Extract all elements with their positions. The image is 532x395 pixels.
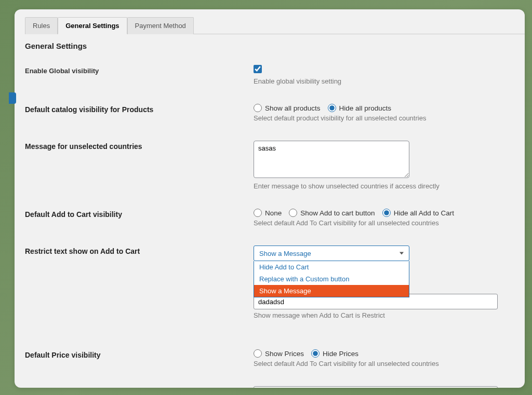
radio-cart-hide[interactable]: Hide all Add to Cart (382, 209, 454, 217)
radio-input-hide-all[interactable] (328, 104, 336, 112)
radio-label-hide-prices: Hide Prices (323, 350, 358, 358)
radio-input-show-all[interactable] (254, 104, 262, 112)
radio-group-price: Show Prices Hide Prices (254, 349, 514, 358)
option-replace-custom-button[interactable]: Replace with a Custom button (254, 273, 409, 285)
help-enable-global: Enable global visibility setting (254, 77, 514, 85)
radio-label-cart-show: Show Add to cart button (300, 209, 375, 217)
textarea-message-unselected[interactable] (254, 141, 409, 178)
row-restrict-text: Restrict text show on Add to Cart Show a… (15, 236, 525, 329)
radio-cart-none[interactable]: None (254, 209, 282, 217)
radio-show-prices[interactable]: Show Prices (254, 349, 304, 358)
label-price-visibility: Default Price visibility (25, 351, 101, 359)
input-add-text-price-hide[interactable] (254, 386, 498, 388)
radio-input-cart-none[interactable] (254, 209, 262, 217)
help-restrict-text: Show message when Add to Cart is Restric… (254, 311, 514, 319)
settings-window: Rules General Settings Payment Method Ge… (15, 9, 525, 388)
tabs: Rules General Settings Payment Method (25, 17, 525, 34)
radio-input-cart-hide[interactable] (382, 209, 391, 217)
radio-input-hide-prices[interactable] (311, 349, 320, 358)
label-catalog-visibility: Default catalog visibility for Products (25, 105, 153, 114)
row-price-visibility: Default Price visibility Show Prices Hid… (15, 329, 525, 377)
label-enable-global: Enable Global visibility (25, 67, 99, 75)
side-handle[interactable] (9, 92, 16, 104)
help-message-unselected: Enter message to show unselected countri… (254, 182, 514, 190)
label-message-unselected: Message for unselected countries (25, 142, 142, 151)
tab-general-settings[interactable]: General Settings (58, 17, 127, 34)
select-restrict-text[interactable]: Show a Message Hide Add to Cart Replace … (254, 246, 409, 261)
radio-hide-prices[interactable]: Hide Prices (311, 349, 358, 358)
tab-rules[interactable]: Rules (25, 17, 58, 34)
help-catalog-visibility: Select default product visibility for al… (254, 114, 514, 122)
radio-label-show-all: Show all products (265, 104, 321, 112)
row-add-text-price-hide: Add Text When price are Hide (15, 377, 525, 388)
content-area: Rules General Settings Payment Method Ge… (15, 9, 525, 388)
radio-hide-all-products[interactable]: Hide all products (328, 104, 392, 112)
option-hide-add-to-cart[interactable]: Hide Add to Cart (254, 261, 409, 273)
radio-group-catalog: Show all products Hide all products (254, 104, 514, 112)
radio-label-cart-hide: Hide all Add to Cart (394, 209, 454, 217)
select-display-restrict[interactable]: Show a Message (254, 246, 409, 261)
help-price-visibility: Select default Add To Cart visibility fo… (254, 360, 514, 367)
tabs-wrapper: Rules General Settings Payment Method (15, 9, 525, 34)
section-title: General Settings (15, 34, 525, 56)
checkbox-enable-global[interactable] (254, 65, 262, 73)
radio-show-all-products[interactable]: Show all products (254, 104, 321, 112)
radio-cart-show[interactable]: Show Add to cart button (289, 209, 375, 217)
row-catalog-visibility: Default catalog visibility for Products … (15, 94, 525, 131)
label-add-to-cart-visibility: Default Add to Cart visibility (25, 210, 122, 219)
row-add-to-cart-visibility: Default Add to Cart visibility None Show… (15, 199, 525, 236)
radio-group-add-to-cart: None Show Add to cart button Hide all Ad… (254, 209, 514, 217)
row-enable-global: Enable Global visibility Enable global v… (15, 56, 525, 94)
label-restrict-text: Restrict text show on Add to Cart (25, 247, 140, 255)
radio-label-show-prices: Show Prices (265, 350, 304, 358)
help-add-to-cart-visibility: Select default Add To Cart visibility fo… (254, 219, 514, 227)
option-show-message[interactable]: Show a Message (254, 285, 409, 297)
radio-input-show-prices[interactable] (254, 349, 262, 358)
radio-input-cart-show[interactable] (289, 209, 297, 217)
row-message-unselected: Message for unselected countries Enter m… (15, 131, 525, 199)
select-dropdown-restrict: Hide Add to Cart Replace with a Custom b… (254, 261, 409, 297)
tab-payment-method[interactable]: Payment Method (127, 17, 194, 34)
radio-label-hide-all: Hide all products (339, 104, 392, 112)
radio-label-cart-none: None (265, 209, 282, 217)
